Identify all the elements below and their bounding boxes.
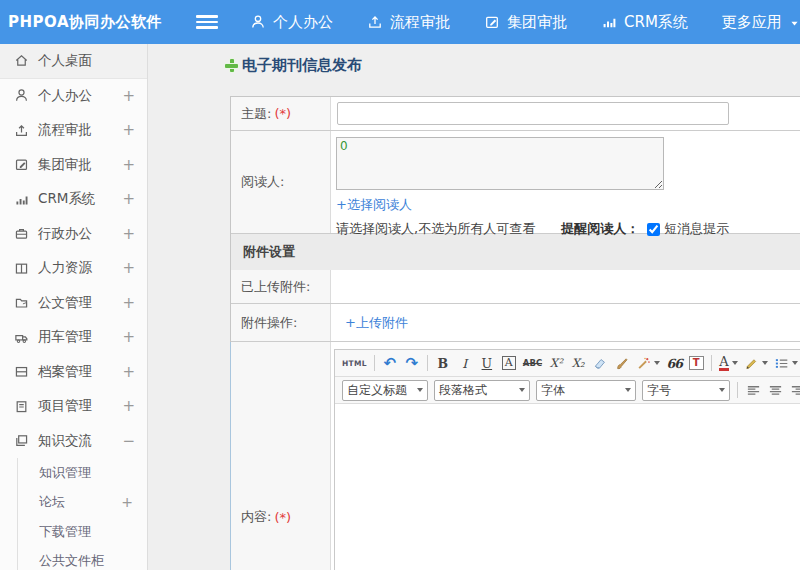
- expand-toggle[interactable]: +: [122, 259, 135, 277]
- subject-input[interactable]: [337, 102, 729, 125]
- readers-label-text: 阅读人:: [241, 173, 284, 191]
- subitem-label: 下载管理: [39, 523, 133, 541]
- expand-toggle[interactable]: +: [122, 225, 135, 243]
- sidebar-item-label: 个人办公: [38, 87, 122, 105]
- sidebar-item-knowledge-exchange[interactable]: 知识交流 −: [0, 424, 147, 459]
- align-left-button[interactable]: [743, 380, 763, 401]
- expand-toggle[interactable]: +: [122, 156, 135, 174]
- sidebar-item-project-management[interactable]: 项目管理 +: [0, 389, 147, 424]
- sidebar-item-archive-management[interactable]: 档案管理 +: [0, 355, 147, 390]
- sidebar-subitem-knowledge-management[interactable]: 知识管理: [18, 458, 147, 488]
- ordered-list-button[interactable]: [772, 353, 800, 374]
- content-label-text: 内容:: [241, 508, 271, 526]
- font-border-button[interactable]: A: [499, 353, 519, 374]
- sidebar-item-human-resources[interactable]: 人力资源 +: [0, 251, 147, 286]
- editor-toolbar-row2: 自定义标题 段落格式 字体 字号: [335, 377, 800, 404]
- strikethrough-button[interactable]: ABC: [521, 353, 544, 374]
- bold-button[interactable]: B: [433, 353, 453, 374]
- paste-as-text-button[interactable]: T: [686, 353, 706, 374]
- uploaded-attachments-row: 已上传附件:: [231, 270, 800, 304]
- sidebar-submenu-knowledge: 知识管理 论坛 + 下载管理 公共文件柜: [17, 458, 147, 570]
- expand-toggle[interactable]: +: [122, 294, 135, 312]
- nav-group-approval[interactable]: 集团审批: [484, 13, 567, 32]
- font-color-glyph: A: [719, 355, 728, 371]
- expand-toggle[interactable]: +: [122, 87, 135, 105]
- autotypeset-button[interactable]: [634, 353, 662, 374]
- expand-toggle[interactable]: +: [122, 397, 135, 415]
- nav-crm-system[interactable]: CRM系统: [601, 13, 688, 32]
- align-right-icon: [790, 383, 800, 398]
- nav-personal-office[interactable]: 个人办公: [250, 13, 333, 32]
- subject-value-cell: [331, 97, 800, 130]
- subscript-button[interactable]: X₂: [568, 353, 588, 374]
- sidebar-item-admin-office[interactable]: 行政办公 +: [0, 217, 147, 252]
- italic-button[interactable]: I: [455, 353, 475, 374]
- sidebar-item-group-approval[interactable]: 集团审批 +: [0, 148, 147, 183]
- sidebar-item-label: 人力资源: [38, 259, 122, 277]
- sidebar-item-label: 档案管理: [38, 363, 122, 381]
- html-source-button[interactable]: HTML: [340, 353, 369, 374]
- format-painter-button[interactable]: [612, 353, 632, 374]
- eraser-icon: [593, 356, 608, 371]
- upload-attachment-link[interactable]: +上传附件: [345, 314, 408, 332]
- remind-readers-label: 提醒阅读人：: [561, 220, 639, 238]
- highlight-button[interactable]: [742, 353, 770, 374]
- expand-toggle[interactable]: +: [122, 328, 135, 346]
- select-readers-link[interactable]: +选择阅读人: [336, 197, 412, 212]
- select-label: 字体: [541, 382, 565, 399]
- expand-toggle[interactable]: +: [121, 494, 133, 510]
- editor-content-area[interactable]: [335, 404, 800, 570]
- sms-notify-checkbox[interactable]: [647, 223, 660, 236]
- sidebar-item-personal-office[interactable]: 个人办公 +: [0, 79, 147, 114]
- sidebar-item-crm-system[interactable]: CRM系统 +: [0, 182, 147, 217]
- menu-toggle-icon[interactable]: [196, 15, 218, 29]
- undo-button[interactable]: ↶: [380, 353, 400, 374]
- align-right-button[interactable]: [787, 380, 800, 401]
- eraser-button[interactable]: [590, 353, 610, 374]
- nav-more-apps[interactable]: 更多应用: [722, 13, 800, 32]
- custom-title-select[interactable]: 自定义标题: [342, 380, 428, 401]
- paste-text-glyph: T: [689, 356, 704, 370]
- paragraph-format-select[interactable]: 段落格式: [434, 380, 530, 401]
- caret-down-icon: [417, 388, 423, 392]
- sidebar-subitem-download-management[interactable]: 下载管理: [18, 517, 147, 547]
- sidebar-item-personal-desktop[interactable]: 个人桌面: [0, 44, 147, 79]
- collapse-toggle[interactable]: −: [122, 432, 135, 450]
- nav-label: 更多应用: [722, 13, 782, 32]
- superscript-button[interactable]: X²: [546, 353, 566, 374]
- brush-icon: [615, 356, 630, 371]
- readers-textarea[interactable]: 0: [336, 137, 664, 190]
- expand-toggle[interactable]: +: [122, 363, 135, 381]
- font-size-select[interactable]: 字号: [642, 380, 730, 401]
- app-window: PHPOA协同办公软件 个人办公 流程审批 集团审批 CRM系统 更多应用: [0, 0, 800, 570]
- align-center-button[interactable]: [765, 380, 785, 401]
- uploaded-label-text: 已上传附件:: [241, 278, 310, 296]
- rich-text-editor: HTML ↶ ↷ B I U A ABC X² X₂: [334, 349, 800, 570]
- sidebar-item-workflow-approval[interactable]: 流程审批 +: [0, 113, 147, 148]
- redo-button[interactable]: ↷: [402, 353, 422, 374]
- sidebar-subitem-forum[interactable]: 论坛 +: [18, 488, 147, 518]
- plus-icon: [225, 59, 238, 72]
- chart-icon: [14, 192, 29, 207]
- font-color-button[interactable]: A: [717, 353, 739, 374]
- font-family-select[interactable]: 字体: [536, 380, 636, 401]
- attachment-section-header: 附件设置: [231, 234, 800, 270]
- required-mark: (*): [274, 106, 291, 121]
- select-label: 段落格式: [439, 382, 487, 399]
- underline-button[interactable]: U: [477, 353, 497, 374]
- nav-workflow-approval[interactable]: 流程审批: [367, 13, 450, 32]
- toolbar-separator: [374, 355, 375, 371]
- caret-down-icon: [789, 18, 800, 29]
- sidebar-subitem-public-file-cabinet[interactable]: 公共文件柜: [18, 547, 147, 570]
- expand-toggle[interactable]: +: [122, 190, 135, 208]
- sidebar-item-vehicle-management[interactable]: 用车管理 +: [0, 320, 147, 355]
- user-icon: [250, 14, 266, 30]
- blockquote-button[interactable]: 66: [664, 353, 684, 374]
- uploaded-attachments-value: [331, 270, 800, 303]
- expand-toggle[interactable]: +: [122, 121, 135, 139]
- content-row: 内容: (*) HTML ↶ ↷ B I U: [230, 342, 800, 570]
- attach-op-label-text: 附件操作:: [241, 314, 297, 332]
- sidebar-item-document-management[interactable]: 公文管理 +: [0, 286, 147, 321]
- font-border-glyph: A: [502, 356, 516, 370]
- sidebar-item-label: 流程审批: [38, 121, 122, 139]
